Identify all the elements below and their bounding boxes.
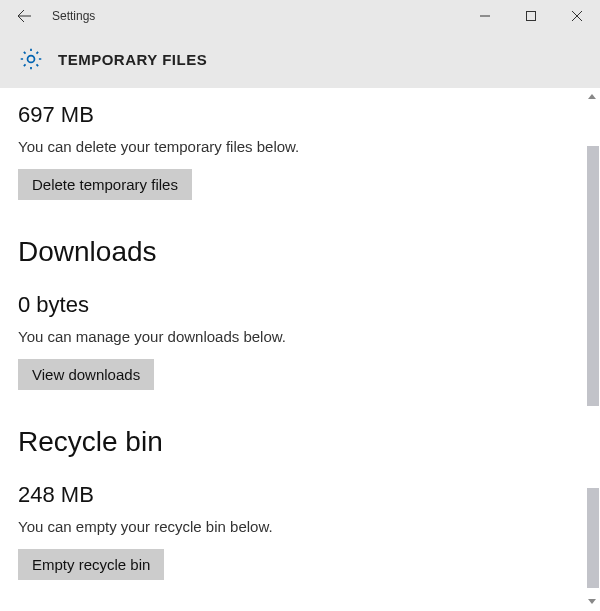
svg-rect-1 [527, 12, 536, 21]
empty-recycle-bin-button[interactable]: Empty recycle bin [18, 549, 164, 580]
maximize-icon [526, 11, 536, 21]
back-button[interactable] [0, 0, 48, 32]
arrow-left-icon [16, 8, 32, 24]
downloads-heading: Downloads [18, 236, 582, 268]
scroll-up-arrow-icon[interactable] [584, 88, 600, 104]
page-title: TEMPORARY FILES [58, 51, 207, 68]
page-header: TEMPORARY FILES [0, 32, 600, 88]
temp-files-desc: You can delete your temporary files belo… [18, 138, 582, 155]
scrollbar[interactable] [584, 88, 600, 609]
minimize-icon [480, 11, 490, 21]
recycle-bin-size: 248 MB [18, 482, 582, 508]
downloads-size: 0 bytes [18, 292, 582, 318]
recycle-bin-heading: Recycle bin [18, 426, 582, 458]
minimize-button[interactable] [462, 0, 508, 32]
downloads-desc: You can manage your downloads below. [18, 328, 582, 345]
window-controls [462, 0, 600, 32]
window-title: Settings [52, 9, 95, 23]
close-icon [572, 11, 582, 21]
scrollbar-thumb[interactable] [587, 146, 599, 406]
scrollbar-thumb[interactable] [587, 488, 599, 588]
close-button[interactable] [554, 0, 600, 32]
temp-files-size: 697 MB [18, 102, 582, 128]
gear-icon [18, 46, 44, 72]
titlebar: Settings [0, 0, 600, 32]
maximize-button[interactable] [508, 0, 554, 32]
view-downloads-button[interactable]: View downloads [18, 359, 154, 390]
content-area: 697 MB You can delete your temporary fil… [0, 88, 600, 609]
svg-point-4 [28, 56, 35, 63]
delete-temp-files-button[interactable]: Delete temporary files [18, 169, 192, 200]
scroll-down-arrow-icon[interactable] [584, 593, 600, 609]
recycle-bin-desc: You can empty your recycle bin below. [18, 518, 582, 535]
scroll-content: 697 MB You can delete your temporary fil… [0, 88, 600, 609]
